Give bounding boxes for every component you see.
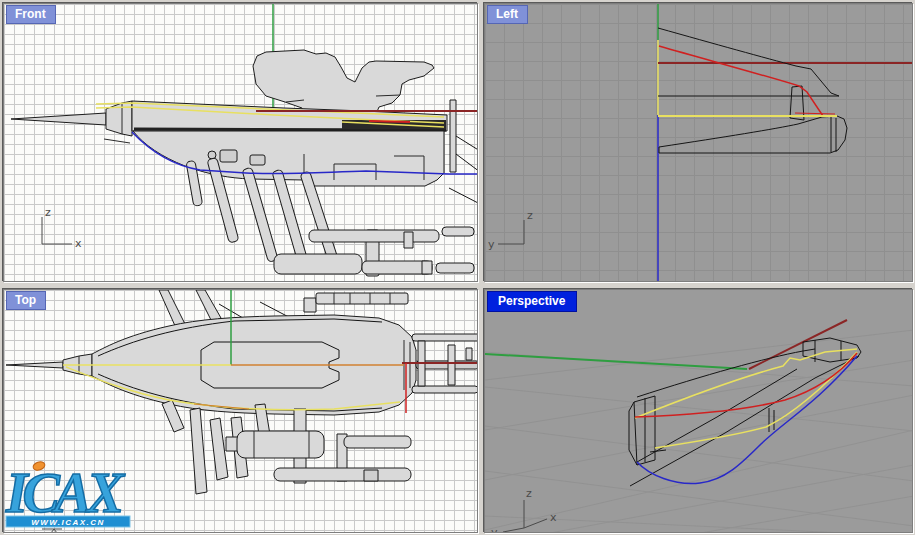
left-viewport-title[interactable]: Left [487,5,528,24]
top-nose-needle [6,362,63,368]
perspective-green-axis [485,354,747,369]
front-axis-icon: z x [42,206,82,250]
perspective-axis-y-label: y [491,526,498,533]
left-axis-icon: z y [488,209,533,251]
left-axis-z-label: z [527,209,533,222]
left-canvas: z y [485,4,913,282]
front-axis-x-label: x [75,237,82,250]
left-axis-y-label: y [488,238,495,251]
front-hull-port [208,151,216,159]
left-upper-profile [658,28,831,93]
top-axis-icon [42,529,62,533]
left-wing-endcap-lines [831,117,836,152]
icax-watermark: ICAX WWW.ICAX.CN [5,460,130,527]
front-right-edge-parts [449,100,478,204]
rhino-workspace: { "window": { "background": "#D6D3CE" },… [0,0,915,535]
front-chin-line [104,139,130,143]
front-axis-z-label: z [45,206,51,219]
left-lower-wing [659,116,847,153]
icax-url-text: WWW.ICAX.CN [31,518,105,527]
left-red-curve [659,46,823,116]
perspective-viewport-title[interactable]: Perspective [487,291,577,312]
icax-brand-text: ICAX [5,462,126,524]
front-hull-hatch-1 [220,150,237,162]
top-viewport-title[interactable]: Top [6,291,46,310]
front-viewport-title[interactable]: Front [6,5,56,24]
left-small-fin [790,86,804,120]
front-nose-cone [106,101,132,136]
viewport-left[interactable]: z y Left [484,3,913,282]
left-red-segment [795,113,835,114]
front-red-segment [369,121,410,122]
front-nose-needle [11,113,106,125]
perspective-axis-z-label: z [526,487,532,500]
viewport-front[interactable]: z x Front [3,3,478,282]
front-hull-hatch-2 [250,155,265,165]
viewport-top[interactable]: ICAX WWW.ICAX.CN Top [3,289,478,533]
perspective-canvas: z x y [485,290,913,533]
front-fuselage-band [134,129,446,130]
perspective-axis-x-label: x [550,511,557,524]
front-lower-hull [133,131,444,186]
top-canvas: ICAX WWW.ICAX.CN [4,290,478,533]
viewport-perspective[interactable]: z x y Perspective [484,289,913,533]
left-mid-lines [658,93,839,96]
front-canvas: z x [4,4,478,282]
